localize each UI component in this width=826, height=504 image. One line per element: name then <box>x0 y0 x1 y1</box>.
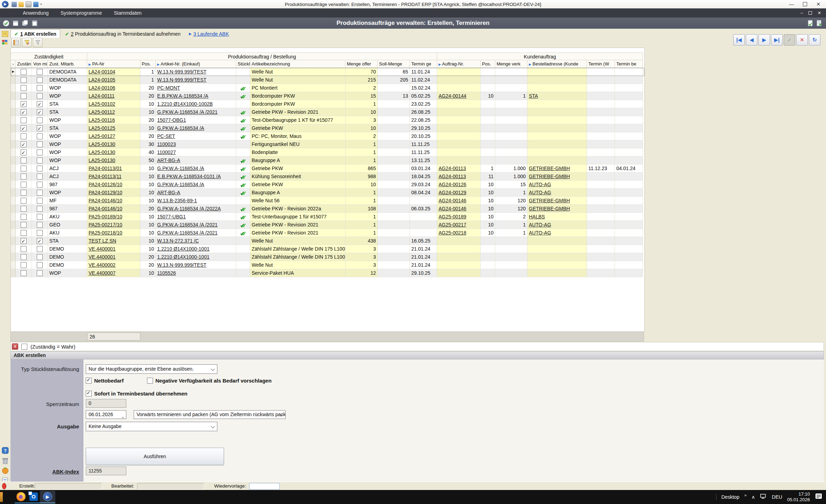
col-header-mo[interactable]: Menge offer <box>345 60 378 68</box>
row-checkbox[interactable] <box>21 93 27 99</box>
filter-clear-icon[interactable] <box>33 38 42 47</box>
cell-link[interactable]: PA24-00126/10 <box>89 182 122 187</box>
cell-link[interactable]: G.PKW.A-1168534 /A <box>157 182 204 187</box>
col-header-v[interactable]: Von mi <box>32 60 48 68</box>
col-header-ba[interactable]: ▶ Bestelladresse (Kunde <box>527 60 587 68</box>
row-checkbox[interactable] <box>37 262 43 268</box>
table-row[interactable]: GEOPA25-00217/1010G.PKW.A-1168534 /A /20… <box>11 221 644 229</box>
cell-link[interactable]: 1105526 <box>157 270 176 276</box>
cell-link[interactable]: G.PKW.A-1168534 /A <box>157 166 204 171</box>
clipboard-icon[interactable] <box>31 20 38 27</box>
new-window-icon[interactable] <box>12 20 19 27</box>
cell-link[interactable]: PA25-00217/10 <box>89 222 122 227</box>
row-checkbox[interactable] <box>37 158 43 163</box>
cell-link[interactable]: LA24-00105 <box>89 77 115 83</box>
filter-checkbox[interactable] <box>21 344 27 350</box>
cell-link[interactable]: W.13.N-999.999/TEST <box>157 262 206 268</box>
row-checkbox[interactable] <box>37 69 43 75</box>
clipped-app-icon[interactable] <box>0 492 3 502</box>
first-record-button[interactable]: |◀ <box>733 34 745 46</box>
col-header-anr[interactable]: ▶ Auftrag-Nr. <box>437 60 481 68</box>
table-row[interactable]: DEMOVE.440000220W.13.N-999.999/TESTWelle… <box>11 261 644 269</box>
row-checkbox[interactable] <box>37 109 43 115</box>
row-checkbox[interactable] <box>21 101 27 107</box>
column-layout-icon[interactable] <box>11 38 21 47</box>
notification-center-icon[interactable] <box>815 493 822 501</box>
cell-link[interactable]: G.PKW.A-1168534 /A /2021 <box>157 222 218 227</box>
help-icon[interactable]: ? <box>1 447 9 454</box>
taskbar-firefox-icon[interactable] <box>15 491 27 503</box>
confirm-circle-icon[interactable] <box>3 20 9 27</box>
cell-link[interactable]: AG24-00113 <box>439 174 466 179</box>
col-header-sm[interactable]: Soll-Menge <box>378 60 410 68</box>
menu-stammdaten[interactable]: Stammdaten <box>108 8 147 18</box>
cell-link[interactable]: AUTO-AG <box>529 230 551 236</box>
cell-link[interactable]: 1.2210 Ø14X1000-1002B <box>157 101 213 107</box>
cell-link[interactable]: AUTO-AG <box>529 222 551 227</box>
row-checkbox[interactable] <box>21 158 27 163</box>
palette-grid-icon[interactable] <box>1 39 9 47</box>
cell-link[interactable]: LA24-00111 <box>89 93 114 99</box>
desktop-button[interactable]: Desktop <box>721 494 739 500</box>
row-checkbox[interactable] <box>37 190 43 196</box>
mdi-close-button[interactable]: ✕ <box>818 10 821 15</box>
row-checkbox[interactable] <box>37 133 43 139</box>
row-checkbox[interactable] <box>37 270 43 276</box>
row-checkbox[interactable] <box>21 125 27 131</box>
cell-link[interactable]: 15077-UBG1 <box>157 214 186 219</box>
checkbox-box[interactable] <box>86 391 92 397</box>
row-checkbox[interactable] <box>21 254 27 260</box>
table-row[interactable]: STATEST LZ SN10W.13.N-272.371 /CWelle Nu… <box>11 237 644 245</box>
col-header-art[interactable]: ▶ Artikel-Nr. (Einkauf) <box>156 60 236 68</box>
sofort-checkbox[interactable]: Sofort in Terminbestand übernehmen <box>86 391 187 397</box>
row-checkbox[interactable] <box>21 133 27 139</box>
table-row[interactable]: STALA25-0012510G.PKW.A-1168534 /AGetrieb… <box>11 124 644 132</box>
cell-link[interactable]: PC-SET <box>157 133 175 139</box>
tab-abk-erstellen[interactable]: ✔ 1 ABK erstellen <box>10 29 60 38</box>
cell-link[interactable]: LA25-00130 <box>89 141 115 147</box>
import-doc-icon[interactable] <box>816 20 822 27</box>
row-checkbox[interactable] <box>37 141 43 147</box>
cell-link[interactable]: TEST LZ SN <box>89 238 116 244</box>
table-row[interactable]: WOPLA25-0013050ART-BG-ABaugruppe A113.11… <box>11 156 644 164</box>
row-checkbox[interactable] <box>37 238 43 244</box>
clock[interactable]: 17:10 05.01.2026 <box>787 491 810 503</box>
remove-filter-icon[interactable]: x <box>12 343 18 350</box>
cell-link[interactable]: G.PKW.A-1168534 /A /2021 <box>157 109 218 115</box>
cell-link[interactable]: GETRIEBE-GMBH <box>529 174 570 179</box>
zieltermin-date-field[interactable]: 06.01.2026 ▾ <box>86 410 126 419</box>
row-checkbox[interactable] <box>21 214 27 220</box>
cell-link[interactable]: PA24-00113/11 <box>89 174 121 179</box>
cell-link[interactable]: ART-BG-A <box>157 158 180 163</box>
checkbox-box[interactable] <box>147 378 153 384</box>
trash-icon[interactable] <box>1 457 9 464</box>
cell-link[interactable]: G.PKW.A-1168534 /A /2021 <box>157 230 218 236</box>
col-header-bez[interactable]: Artikelbezeichnung <box>250 60 345 68</box>
row-checkbox[interactable] <box>21 149 27 155</box>
prev-record-button[interactable]: ◀ <box>746 34 757 46</box>
cell-link[interactable]: GETRIEBE-GMBH <box>529 166 570 171</box>
negativ-checkbox[interactable]: Negative Verfügbarkeit als Bedarf vorsch… <box>147 378 272 384</box>
terminierung-select[interactable]: Vorwärts terminieren und packen (AG vom … <box>134 410 286 419</box>
col-header-tb[interactable]: Termin be <box>615 60 643 68</box>
copy-window-icon[interactable] <box>22 20 28 27</box>
cell-link[interactable]: LA25-00102 <box>89 101 115 107</box>
cancel-button[interactable]: ✕ <box>796 34 808 46</box>
table-row[interactable]: 987PA24-00126/1010G.PKW.A-1168534 /AGetr… <box>11 181 644 189</box>
cell-link[interactable]: 1100023 <box>157 141 176 147</box>
row-checkbox[interactable] <box>21 206 27 212</box>
row-checkbox[interactable] <box>37 246 43 252</box>
notes-icon[interactable] <box>1 30 9 38</box>
row-checkbox[interactable] <box>21 117 27 123</box>
taskbar-prodat-icon[interactable]: ▶ <box>40 491 55 503</box>
cell-link[interactable]: 1.2210 Ø14X1000-1001 <box>157 254 209 260</box>
table-row[interactable]: STALA25-0011210G.PKW.A-1168534 /A /2021G… <box>11 108 644 116</box>
cell-link[interactable]: W.13.N-272.371 /C <box>157 238 199 244</box>
row-checkbox[interactable] <box>37 174 43 180</box>
table-row[interactable]: DEMOVE.4400001101.2210 Ø14X1000-1001Zähl… <box>11 245 644 253</box>
table-row[interactable]: STALA25-00102101.2210 Ø14X1000-1002BBord… <box>11 100 644 108</box>
row-checkbox[interactable] <box>37 117 43 123</box>
cell-link[interactable]: VE.4400001 <box>89 254 115 260</box>
next-record-button[interactable]: ▶ <box>758 34 770 46</box>
menu-anwendung[interactable]: Anwendung <box>17 8 55 18</box>
